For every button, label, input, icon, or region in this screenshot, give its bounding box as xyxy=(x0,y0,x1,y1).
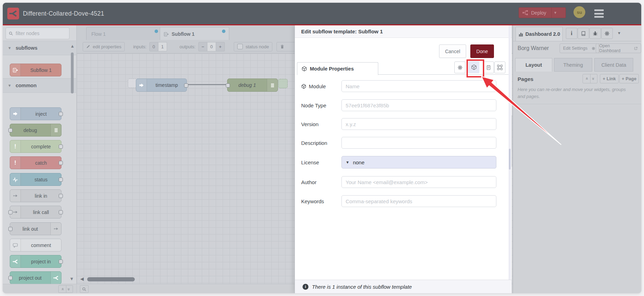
keywords-input[interactable] xyxy=(341,195,496,207)
palette-collapse-down-button[interactable]: » xyxy=(65,285,73,293)
right-sidebar: Dashboard 2.0 i ▼ Borg Warner Edit Setti… xyxy=(513,25,641,293)
inputs-option-0[interactable]: 0 xyxy=(149,42,158,51)
palette-scrollbar[interactable] xyxy=(71,52,74,93)
module-label: Module xyxy=(309,83,326,89)
main-menu-button[interactable] xyxy=(594,9,604,18)
palette-scroll-down-icon[interactable]: ▼ xyxy=(69,276,74,281)
form-row-version: Version xyxy=(301,118,496,130)
form-row-node-type: Node Type xyxy=(301,99,496,112)
palette-node-subflow-1[interactable]: Subflow 1 xyxy=(10,64,61,76)
canvas-zoom-search-button[interactable] xyxy=(80,285,89,293)
edit-properties-button[interactable]: edit properties xyxy=(83,42,125,51)
project-icon xyxy=(10,255,21,268)
wire xyxy=(186,84,228,85)
move-up-button[interactable]: » xyxy=(583,74,591,83)
outputs-increment-button[interactable]: + xyxy=(216,42,225,51)
status-node-checkbox[interactable] xyxy=(237,44,243,49)
deploy-button[interactable]: Deploy ▼ xyxy=(519,7,566,18)
palette-scroll-up-icon[interactable]: ▲ xyxy=(70,43,75,49)
palette-node-link-call[interactable]: link call xyxy=(10,206,61,219)
version-input[interactable] xyxy=(341,118,496,130)
deploy-label: Deploy xyxy=(531,10,546,16)
sidebar-menu-caret-icon[interactable]: ▼ xyxy=(617,31,621,35)
palette-filter[interactable]: filter nodes xyxy=(6,27,69,39)
edit-properties-tab-button[interactable] xyxy=(454,61,465,73)
config-tab-button[interactable] xyxy=(601,28,613,39)
user-avatar[interactable]: su xyxy=(573,6,585,18)
tab-client-data[interactable]: Client Data xyxy=(594,58,633,72)
subflow-output-stub[interactable] xyxy=(278,79,288,88)
tab-layout[interactable]: Layout xyxy=(515,58,552,72)
node-type-input[interactable] xyxy=(341,99,496,111)
open-dashboard-button[interactable]: Open Dashboard xyxy=(596,43,641,53)
inject-icon xyxy=(136,79,147,91)
author-input[interactable] xyxy=(341,176,496,188)
outputs-decrement-button[interactable]: − xyxy=(198,42,207,51)
debug-tab-button[interactable] xyxy=(589,28,601,39)
outputs-count[interactable]: 0 xyxy=(207,42,216,51)
project-icon xyxy=(50,272,61,284)
scroll-left-icon[interactable]: ◀ xyxy=(80,276,84,281)
tray-title: Edit subflow template: Subflow 1 xyxy=(295,25,512,38)
edit-settings-button[interactable]: Edit Settings xyxy=(560,43,599,53)
status-node-toggle[interactable]: status node xyxy=(234,42,272,51)
debug-icon xyxy=(267,79,278,91)
header: Different-Collared-Dove-4521 Deploy ▼ su xyxy=(3,3,641,24)
app-window: Different-Collared-Dove-4521 Deploy ▼ su… xyxy=(3,3,641,293)
add-link-button[interactable]: + Link xyxy=(600,74,619,83)
appearance-tab-button[interactable] xyxy=(494,61,505,73)
palette-node-catch[interactable]: ! catch xyxy=(10,156,61,169)
subflow-icon xyxy=(10,64,21,76)
tab-theming[interactable]: Theming xyxy=(554,58,592,72)
description-input[interactable] xyxy=(341,137,496,149)
dashboard-board-name: Borg Warner xyxy=(518,45,549,51)
deploy-icon xyxy=(522,10,528,16)
chevron-double-down-icon: » xyxy=(67,288,71,290)
add-page-button[interactable]: + Page xyxy=(619,74,639,83)
cancel-button[interactable]: Cancel xyxy=(439,44,466,58)
tab-dashboard-2[interactable]: Dashboard 2.0 xyxy=(515,27,563,41)
palette-node-link-in[interactable]: link in xyxy=(10,189,61,202)
horizontal-scrollbar[interactable] xyxy=(87,277,135,281)
edit-subflow-tray: Edit subflow template: Subflow 1 Cancel … xyxy=(295,25,512,293)
author-label: Author xyxy=(301,179,341,185)
tray-scrollbar[interactable] xyxy=(509,25,511,280)
deploy-caret-icon[interactable]: ▼ xyxy=(552,11,559,15)
palette-node-link-out[interactable]: link out xyxy=(10,222,61,235)
palette-node-debug[interactable]: debug xyxy=(10,124,61,137)
module-input[interactable] xyxy=(341,80,496,92)
palette-node-inject[interactable]: inject xyxy=(10,107,61,120)
external-link-icon xyxy=(634,47,638,50)
tab-flow-1[interactable]: Flow 1 xyxy=(86,27,162,40)
form-row-description: Description xyxy=(301,137,496,149)
node-port xyxy=(59,210,63,214)
license-label: License xyxy=(301,159,341,165)
inputs-option-1[interactable]: 1 xyxy=(158,42,167,51)
move-down-button[interactable]: » xyxy=(590,74,597,83)
node-port xyxy=(8,276,13,280)
help-tab-button[interactable] xyxy=(578,28,589,39)
info-tab-button[interactable]: i xyxy=(566,28,577,39)
license-select[interactable]: ▼ none xyxy=(341,156,496,168)
tab-module-properties[interactable]: Module Properties xyxy=(297,62,378,75)
palette-node-comment[interactable]: comment xyxy=(10,239,61,252)
palette-node-project-in[interactable]: project in xyxy=(10,255,61,268)
canvas-node-debug-1[interactable]: debug 1 xyxy=(227,79,278,92)
canvas-node-timestamp[interactable]: timestamp xyxy=(136,79,187,92)
node-port xyxy=(8,210,13,214)
tab-subflow-1[interactable]: Subflow 1 xyxy=(160,27,229,41)
node-port xyxy=(226,83,230,88)
palette-node-status[interactable]: status xyxy=(10,173,61,186)
version-label: Version xyxy=(301,121,341,127)
done-button[interactable]: Done xyxy=(470,44,494,58)
node-port xyxy=(184,83,188,88)
description-tab-button[interactable] xyxy=(483,61,494,73)
form-row-module: Module xyxy=(301,80,496,92)
exclamation-icon: ! xyxy=(10,140,21,153)
unsaved-changes-dot xyxy=(222,30,225,33)
palette-section-common[interactable]: ▼ common xyxy=(3,78,76,93)
palette-section-subflows[interactable]: ▼ subflows xyxy=(3,41,76,55)
palette-node-project-out[interactable]: project out xyxy=(10,271,61,284)
info-icon: i xyxy=(303,284,308,290)
palette-node-complete[interactable]: ! complete xyxy=(10,140,61,153)
